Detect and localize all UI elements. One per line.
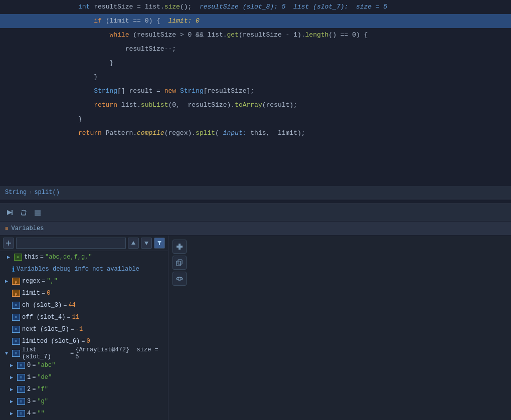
tree-arrow-list	[5, 351, 12, 356]
var-type-next: ≡	[12, 326, 20, 333]
var-type-this: ≡	[14, 254, 22, 261]
breadcrumb-separator: ›	[29, 189, 32, 196]
scroll-down-button[interactable]	[141, 238, 152, 249]
debug-toolbar	[0, 203, 511, 222]
copy-button[interactable]	[173, 256, 187, 270]
variables-panel: ≡ this = "abc,de,f,g," ℹ Variables debug…	[0, 236, 511, 420]
var-type-ch: ≡	[12, 302, 20, 309]
debug-info-text: Variables debug info not available	[17, 266, 139, 273]
variables-header: ≡ Variables	[0, 222, 511, 236]
variables-sidebar: ≡ this = "abc,de,f,g," ℹ Variables debug…	[0, 236, 168, 420]
svg-marker-13	[157, 241, 161, 245]
var-row-debug-info: ℹ Variables debug info not available	[0, 263, 168, 275]
svg-rect-15	[177, 261, 181, 266]
var-row-this[interactable]: ≡ this = "abc,de,f,g,"	[0, 251, 168, 263]
tree-arrow-this	[7, 254, 14, 260]
variables-title: Variables	[12, 225, 44, 232]
info-icon: ℹ	[12, 265, 15, 274]
var-row-off[interactable]: ≡ off (slot_4) = 11	[0, 311, 168, 323]
var-type-list-0: ≡	[17, 362, 25, 369]
svg-point-17	[178, 277, 181, 280]
filter-button[interactable]	[154, 238, 165, 249]
var-row-list-1[interactable]: ≡ 1 = "de"	[0, 371, 168, 383]
vars-search-input[interactable]	[16, 238, 126, 249]
var-type-list-4: ≡	[17, 410, 25, 417]
list-icon[interactable]	[32, 207, 43, 218]
var-type-list-1: ≡	[17, 374, 25, 381]
var-row-list-0[interactable]: ≡ 0 = "abc"	[0, 359, 168, 371]
code-text-10: return Pattern.compile(regex).split( inp…	[39, 112, 511, 154]
svg-marker-14	[177, 244, 183, 250]
tree-arrow-list-2	[10, 386, 17, 392]
svg-rect-8	[35, 215, 41, 216]
breadcrumb-class: String	[5, 189, 27, 196]
add-var-button[interactable]	[173, 240, 187, 254]
vars-right-panel	[168, 236, 511, 420]
var-type-list: ≡	[12, 350, 20, 357]
var-row-list[interactable]: ≡ list (slot_7) = {ArrayList@472} size =…	[0, 347, 168, 359]
svg-marker-0	[7, 210, 12, 215]
var-row-list-4[interactable]: ≡ 4 = ""	[0, 407, 168, 419]
scroll-up-button[interactable]	[128, 238, 139, 249]
breadcrumb-method: split()	[34, 189, 59, 196]
variables-list-icon: ≡	[5, 226, 9, 232]
tree-arrow-regex	[5, 278, 12, 284]
var-type-list-3: ≡	[17, 398, 25, 405]
var-row-list-3[interactable]: ≡ 3 = "g"	[0, 395, 168, 407]
var-row-next[interactable]: ≡ next (slot_5) = -1	[0, 323, 168, 335]
svg-rect-1	[12, 210, 13, 215]
svg-point-18	[177, 277, 183, 280]
panel-separator	[0, 199, 511, 203]
breadcrumb: String › split()	[0, 185, 511, 199]
tree-arrow-list-0	[10, 362, 17, 368]
var-row-list-2[interactable]: ≡ 2 = "f"	[0, 383, 168, 395]
vars-toolbar	[0, 236, 168, 251]
var-type-list-2: ≡	[17, 386, 25, 393]
add-watch-button[interactable]	[3, 238, 14, 249]
code-line-10: return Pattern.compile(regex).split( inp…	[0, 126, 511, 140]
var-type-regex: p	[12, 278, 20, 285]
tree-arrow-list-1	[10, 374, 17, 380]
view-button[interactable]	[173, 272, 187, 286]
resume-icon[interactable]	[4, 207, 15, 218]
svg-rect-6	[35, 211, 41, 212]
svg-rect-16	[178, 260, 182, 264]
variable-list[interactable]: ≡ this = "abc,de,f,g," ℹ Variables debug…	[0, 251, 168, 420]
var-row-limit[interactable]: p limit = 0	[0, 287, 168, 299]
code-editor: int resultSize = list.size(); resultSize…	[0, 0, 511, 185]
tree-arrow-list-4	[10, 410, 17, 416]
var-row-regex[interactable]: p regex = ","	[0, 275, 168, 287]
var-type-limited: ≡	[12, 338, 20, 345]
var-type-off: ≡	[12, 314, 20, 321]
var-row-ch[interactable]: ≡ ch (slot_3) = 44	[0, 299, 168, 311]
svg-marker-11	[131, 241, 135, 245]
var-row-limited[interactable]: ≡ limited (slot_6) = 0	[0, 335, 168, 347]
tree-arrow-list-3	[10, 398, 17, 404]
var-type-limit: p	[12, 290, 20, 297]
svg-rect-7	[35, 213, 41, 214]
step-over-icon[interactable]	[18, 207, 29, 218]
svg-marker-12	[144, 242, 148, 245]
